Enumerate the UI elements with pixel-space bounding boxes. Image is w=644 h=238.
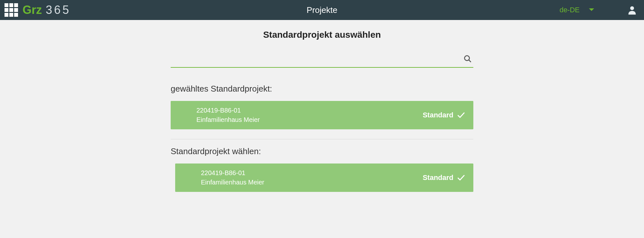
project-list: 220419-B86-01 Einfamilienhaus Meier Stan…	[171, 164, 473, 192]
search-input[interactable]	[171, 53, 462, 64]
project-info: 220419-B86-01 Einfamilienhaus Meier	[196, 107, 423, 124]
page-subtitle: Standardprojekt auswählen	[171, 30, 473, 40]
project-info: 220419-B86-01 Einfamilienhaus Meier	[201, 169, 423, 186]
project-code: 220419-B86-01	[201, 169, 423, 177]
project-name: Einfamilienhaus Meier	[196, 116, 423, 124]
app-header: Grz 365 Projekte de-DE	[0, 0, 644, 20]
logo-text-grz: Grz	[23, 3, 42, 17]
section-divider	[171, 139, 473, 139]
standard-label: Standard	[423, 174, 453, 182]
logo-text-365: 365	[46, 3, 71, 17]
apps-grid-icon[interactable]	[5, 3, 18, 17]
chevron-down-icon	[589, 8, 594, 12]
standard-badge: Standard	[423, 173, 466, 182]
svg-line-2	[469, 60, 471, 62]
user-avatar-icon[interactable]	[627, 5, 638, 15]
selected-project-label: gewähltes Standardprojekt:	[171, 84, 473, 94]
language-selector[interactable]: de-DE	[556, 3, 598, 17]
selected-project-card[interactable]: 220419-B86-01 Einfamilienhaus Meier Stan…	[171, 101, 473, 129]
standard-label: Standard	[423, 111, 453, 119]
page-title: Projekte	[307, 5, 337, 15]
language-label: de-DE	[560, 6, 580, 14]
search-icon[interactable]	[462, 53, 473, 64]
search-row	[171, 53, 473, 68]
project-code: 220419-B86-01	[196, 107, 423, 114]
check-icon	[457, 173, 466, 182]
svg-point-1	[465, 56, 469, 61]
choose-project-label: Standardprojekt wählen:	[171, 146, 473, 156]
app-logo[interactable]: Grz 365	[23, 3, 71, 17]
check-icon	[457, 111, 466, 120]
main-content: Standardprojekt auswählen gewähltes Stan…	[171, 20, 473, 192]
project-name: Einfamilienhaus Meier	[201, 179, 423, 186]
standard-badge: Standard	[423, 111, 466, 120]
svg-point-0	[630, 6, 634, 10]
project-list-item[interactable]: 220419-B86-01 Einfamilienhaus Meier Stan…	[175, 164, 473, 192]
